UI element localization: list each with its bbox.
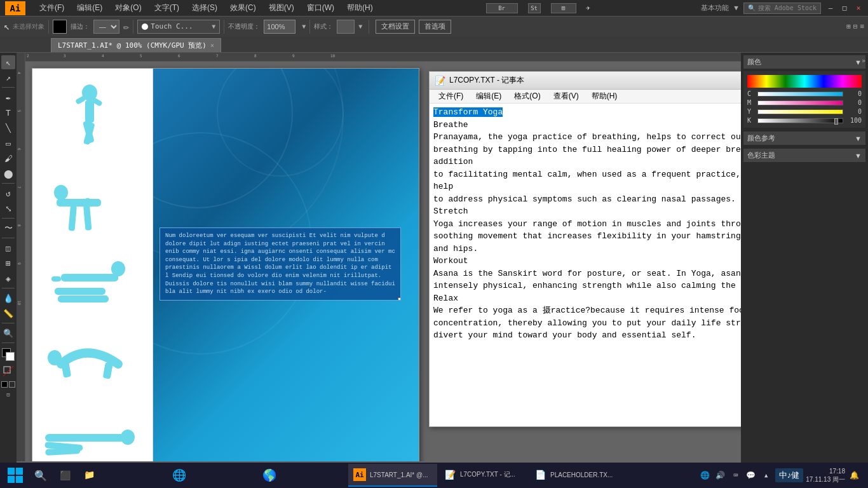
k-bar[interactable] (757, 118, 843, 123)
grid-icon[interactable]: ⊞ (551, 3, 576, 13)
normal-mode-icon[interactable] (1, 381, 8, 388)
background-swatch[interactable] (6, 352, 15, 361)
notepad-menu-edit[interactable]: 编辑(E) (471, 90, 506, 102)
taskbar-illustrator[interactable]: Ai L7START_1.AI* @... (348, 464, 437, 487)
extension-icon-1[interactable]: Br (486, 3, 518, 13)
c-label: C (747, 90, 755, 97)
stroke-color-box[interactable] (53, 20, 67, 34)
minimize-btn[interactable]: — (826, 4, 835, 13)
tray-volume-icon[interactable]: 🔊 (714, 469, 727, 482)
action-center-icon[interactable]: 🔔 (848, 469, 860, 482)
tool-direct-select[interactable]: ↗ (1, 71, 15, 85)
tool-gradient[interactable]: ◫ (1, 241, 15, 255)
menu-help[interactable]: 帮助(H) (344, 1, 376, 15)
opacity-input[interactable] (264, 20, 295, 34)
style-swatch[interactable] (337, 20, 355, 34)
color-spectrum[interactable] (747, 75, 862, 88)
color-theme-panel-header[interactable]: 色彩主题 ▼ (743, 149, 865, 162)
tool-blend[interactable]: ◈ (1, 271, 15, 285)
ai-logo: Ai (5, 1, 25, 15)
search-bar[interactable]: 🔍 搜索 Adobe Stock (743, 3, 821, 14)
menu-view[interactable]: 视图(V) (266, 1, 297, 15)
preferences-btn[interactable]: 首选项 (419, 20, 451, 34)
notepad-content[interactable]: Transform Yoga Breathe Pranayama, the yo… (430, 104, 741, 426)
c-bar[interactable] (757, 92, 843, 97)
expand-right-1[interactable]: » (862, 57, 865, 64)
notepad-menu-file[interactable]: 文件(F) (433, 90, 468, 102)
opacity-label: 不透明度： (228, 22, 260, 31)
notepad-menu-help[interactable]: 帮助(H) (587, 90, 623, 102)
taskbar-right: 🌐 🔊 ⌨ 💬 ▲ 中♪健 17:18 17.11.13 周一 🔔 (699, 467, 865, 484)
color-swatch[interactable] (2, 348, 15, 361)
menu-effect[interactable]: 效果(C) (227, 1, 259, 15)
transform-icon[interactable]: ⊟ (853, 22, 858, 30)
doc-tab[interactable]: L7START_1.AI* @ 100% (CMYK/GPU 预览) × (51, 38, 221, 52)
doc-tab-close[interactable]: × (210, 42, 214, 49)
brush-icon[interactable]: ✏ (123, 20, 130, 32)
close-btn[interactable]: ✕ (854, 4, 863, 13)
extension-icon-2[interactable]: St (528, 3, 541, 13)
tool-rect[interactable]: ▭ (1, 136, 15, 150)
change-screen-mode-icon[interactable]: ⊡ (6, 391, 10, 398)
tool-type[interactable]: T (1, 105, 15, 119)
tool-select[interactable]: ↖ (1, 55, 15, 69)
tool-warp[interactable]: 〜 (1, 221, 15, 235)
tool-eyedropper[interactable]: 💧 (1, 291, 15, 305)
taskbar-browser2[interactable]: 🌎 (258, 464, 347, 487)
canvas-content: Num doloreetum ver esequam ver suscipist… (25, 62, 741, 461)
y-bar[interactable] (757, 109, 843, 114)
taskbar-task-view-btn[interactable]: ⬛ (53, 464, 76, 487)
stroke-none-icon[interactable] (2, 365, 15, 377)
tool-pen[interactable]: ✒ (1, 90, 15, 104)
tool-zoom[interactable]: 🔍 (1, 326, 15, 340)
text-box-resize-handle[interactable] (398, 297, 401, 301)
align-icon[interactable]: ⊞ (846, 22, 851, 30)
screen-mode-icon[interactable] (9, 381, 15, 388)
menu-type[interactable]: 文字(T) (152, 1, 182, 15)
color-ref-panel-header[interactable]: 颜色参考 ▼ (743, 132, 865, 145)
tool-line[interactable]: ╲ (1, 121, 15, 135)
menu-object[interactable]: 对象(O) (112, 1, 144, 15)
tool-rotate[interactable]: ↺ (1, 186, 15, 200)
start-button[interactable] (3, 464, 28, 487)
doc-left-panel (32, 69, 153, 461)
stroke-dropdown[interactable]: — (93, 20, 119, 34)
menu-window[interactable]: 窗口(W) (304, 1, 337, 15)
tray-more-icon[interactable]: ▲ (760, 469, 773, 482)
taskbar-file-explorer[interactable]: 📁 (78, 464, 166, 487)
k-label: K (747, 117, 755, 124)
sep1 (48, 20, 49, 34)
no-selection-label: 未选择对象 (13, 22, 44, 31)
touch-dropdown[interactable]: Touch C... ▼ (137, 20, 220, 34)
ime-indicator[interactable]: 中♪健 (775, 468, 804, 482)
color-panel-header[interactable]: 颜色 ▼ (743, 55, 865, 69)
tray-keyboard-icon[interactable]: ⌨ (729, 469, 742, 482)
menu-file[interactable]: 文件(F) (37, 1, 67, 15)
tool-scale[interactable]: ⤡ (1, 201, 15, 215)
taskbar-search-btn[interactable]: 🔍 (29, 464, 52, 487)
select-cursor-icon[interactable]: ↖ (4, 20, 10, 32)
browser2-icon: 🌎 (263, 468, 276, 481)
notepad-menu-format[interactable]: 格式(O) (509, 90, 545, 102)
tool-measure[interactable]: 📏 (1, 306, 15, 320)
menu-edit[interactable]: 编辑(E) (74, 1, 105, 15)
tray-network-icon[interactable]: 🌐 (699, 469, 712, 482)
tool-blob[interactable]: ⬤ (1, 166, 15, 180)
taskbar-placeholder[interactable]: 📄 PLACEHOLDER.TX... (529, 464, 618, 487)
menu-select[interactable]: 选择(S) (189, 1, 220, 15)
tray-chat-icon[interactable]: 💬 (745, 469, 757, 482)
top-menubar: Ai 文件(F) 编辑(E) 对象(O) 文字(T) 选择(S) 效果(C) 视… (0, 0, 868, 16)
taskbar-notepad[interactable]: 📝 L7COPY.TXT - 记... (438, 464, 527, 487)
taskbar-clock[interactable]: 17:18 17.11.13 周一 (806, 467, 845, 484)
tool-brush[interactable]: 🖌 (1, 151, 15, 165)
notepad-menu-view[interactable]: 查看(V) (548, 90, 584, 102)
tool-mesh[interactable]: ⊞ (1, 256, 15, 270)
m-bar[interactable] (757, 100, 843, 105)
taskbar-browser[interactable]: 🌐 (168, 464, 257, 487)
color-panel-body: C 0 M 0 Y 0 K (743, 71, 865, 128)
more-icon[interactable]: ≡ (860, 22, 864, 30)
maximize-btn[interactable]: □ (840, 4, 849, 13)
arrange-icon[interactable]: ✈ (587, 4, 591, 12)
color-theme-panel-title: 色彩主题 (747, 151, 775, 160)
doc-settings-btn[interactable]: 文档设置 (376, 20, 415, 34)
